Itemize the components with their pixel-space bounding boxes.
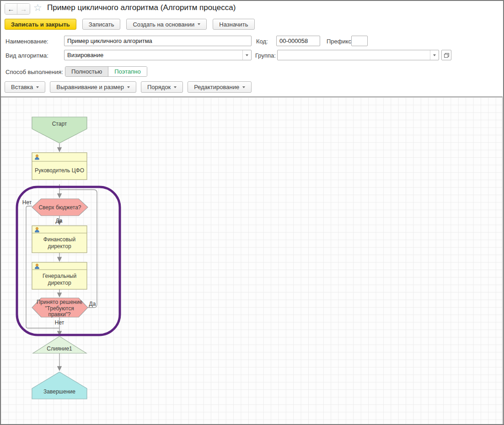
forward-button[interactable]: → bbox=[17, 4, 30, 14]
edit-label: Редактирование bbox=[194, 84, 239, 90]
open-in-new-icon bbox=[444, 53, 449, 58]
code-label: Код: bbox=[256, 38, 268, 45]
prefix-input[interactable] bbox=[351, 36, 368, 46]
align-size-menu-button[interactable]: Выравнивание и размер bbox=[50, 81, 136, 93]
node-gen-director-label-2: директор bbox=[48, 280, 71, 286]
flowchart-canvas[interactable]: Старт Руководитель ЦФО Сверх бюджета? Фи… bbox=[1, 96, 503, 425]
node-decision-needs-fixes[interactable]: Принято решение "Требуются правки"? bbox=[32, 298, 88, 318]
diagram-toolbar: Вставка Выравнивание и размер Порядок Ре… bbox=[5, 81, 252, 93]
node-finish[interactable]: Завершение bbox=[32, 372, 87, 399]
command-bar: Записать и закрыть Записать Создать на о… bbox=[5, 19, 255, 30]
node-start-label: Старт bbox=[52, 121, 67, 127]
assign-button[interactable]: Назначить bbox=[213, 19, 254, 30]
node-fin-director-label-2: директор bbox=[48, 243, 71, 250]
edge-label-yes-down: Да bbox=[56, 218, 63, 224]
back-button[interactable]: ← bbox=[5, 4, 17, 14]
page-title: Пример цикличного алгоритма (Алгоритм пр… bbox=[47, 3, 236, 12]
save-and-close-button[interactable]: Записать и закрыть bbox=[5, 19, 76, 30]
execution-mode-label: Способ выполнения: bbox=[5, 69, 63, 75]
favorite-star-icon[interactable]: ☆ bbox=[33, 2, 42, 13]
group-value bbox=[278, 50, 430, 60]
kind-combobox[interactable]: Визирование bbox=[64, 50, 252, 60]
name-input[interactable] bbox=[64, 36, 252, 46]
insert-label: Вставка bbox=[11, 84, 33, 90]
node-fin-director[interactable]: Финансовый директор bbox=[32, 226, 87, 253]
kind-label: Вид алгоритма: bbox=[5, 52, 48, 59]
order-label: Порядок bbox=[147, 84, 171, 90]
chevron-down-icon bbox=[242, 86, 245, 88]
align-size-label: Выравнивание и размер bbox=[56, 84, 124, 90]
chevron-down-icon bbox=[433, 54, 436, 56]
node-over-budget-label: Сверх бюджета? bbox=[38, 204, 81, 211]
chevron-down-icon bbox=[36, 86, 39, 88]
order-menu-button[interactable]: Порядок bbox=[141, 81, 183, 93]
node-decision-label-3: правки"? bbox=[48, 311, 70, 318]
node-start[interactable]: Старт bbox=[32, 117, 87, 143]
history-nav: ← → bbox=[5, 3, 30, 15]
node-over-budget[interactable]: Сверх бюджета? bbox=[32, 199, 88, 216]
execution-mode-switch: Полностью Поэтапно bbox=[65, 66, 147, 77]
execution-option-staged[interactable]: Поэтапно bbox=[108, 67, 146, 76]
kind-value: Визирование bbox=[64, 50, 242, 60]
edge-label-yes-right: Да bbox=[89, 301, 96, 307]
chevron-down-icon bbox=[246, 54, 248, 56]
node-finish-label: Завершение bbox=[43, 388, 75, 395]
node-cfo-head-label: Руководитель ЦФО bbox=[35, 167, 84, 174]
node-cfo-head[interactable]: Руководитель ЦФО bbox=[32, 153, 87, 180]
app-window: ← → ☆ Пример цикличного алгоритма (Алгор… bbox=[0, 0, 504, 425]
edit-menu-button[interactable]: Редактирование bbox=[188, 81, 252, 93]
chevron-down-icon bbox=[174, 86, 177, 88]
group-combobox[interactable] bbox=[277, 50, 439, 60]
kind-dropdown-button[interactable] bbox=[242, 50, 251, 60]
create-based-on-button[interactable]: Создать на основании bbox=[126, 19, 207, 30]
node-gen-director-label-1: Генеральный bbox=[43, 273, 76, 279]
group-label: Группа: bbox=[255, 52, 276, 59]
edge-label-no-left: Нет bbox=[22, 199, 32, 206]
group-dropdown-button[interactable] bbox=[430, 50, 439, 60]
node-fin-director-label-1: Финансовый bbox=[43, 236, 75, 243]
chevron-down-icon bbox=[127, 86, 130, 88]
prefix-label: Префикс: bbox=[327, 38, 353, 45]
name-label: Наименование: bbox=[5, 38, 48, 45]
node-merge[interactable]: Слияние1 bbox=[33, 336, 86, 353]
node-gen-director[interactable]: Генеральный директор bbox=[32, 262, 87, 289]
node-merge-label: Слияние1 bbox=[47, 345, 72, 352]
save-button[interactable]: Записать bbox=[82, 19, 121, 30]
edge-label-no-down: Нет bbox=[55, 319, 64, 326]
create-based-on-label: Создать на основании bbox=[133, 21, 194, 28]
flowchart-svg[interactable]: Старт Руководитель ЦФО Сверх бюджета? Фи… bbox=[1, 97, 502, 425]
execution-option-full[interactable]: Полностью bbox=[65, 67, 108, 76]
node-decision-label-1: Принято решение bbox=[37, 299, 82, 305]
insert-menu-button[interactable]: Вставка bbox=[5, 81, 45, 93]
code-input[interactable] bbox=[276, 36, 320, 46]
chevron-down-icon bbox=[198, 23, 200, 25]
group-open-button[interactable] bbox=[441, 50, 451, 60]
node-decision-label-2: "Требуются bbox=[45, 305, 74, 312]
